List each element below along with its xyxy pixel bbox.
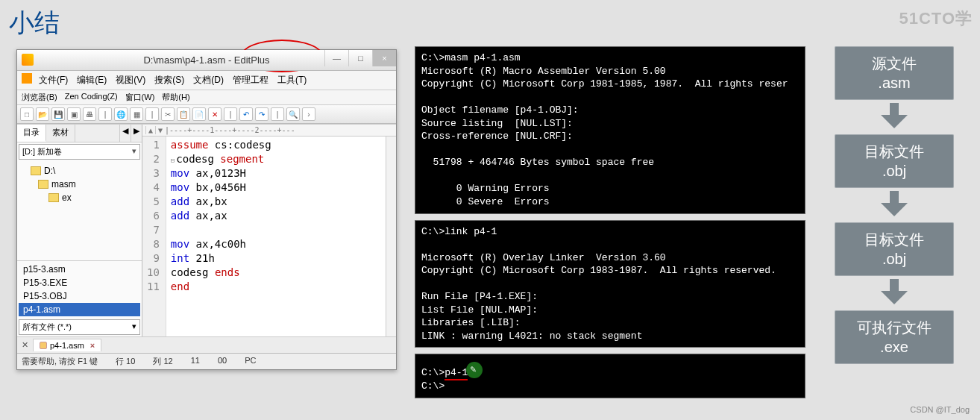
status-v2: 11 xyxy=(191,356,200,367)
file-tab[interactable]: p4-1.asm× xyxy=(33,339,101,351)
file-item[interactable]: p15-3.asm xyxy=(19,263,140,276)
status-col: 列 12 xyxy=(153,356,172,367)
folder-icon xyxy=(48,193,59,202)
folder-item[interactable]: ex xyxy=(19,191,140,204)
menu-bar-2: 浏览器(B)Zen Coding(Z)窗口(W)帮助(H) xyxy=(17,90,396,105)
page-title: 小结 xyxy=(9,6,60,40)
edit-cursor-icon xyxy=(466,362,483,378)
tool-open[interactable]: 📂 xyxy=(36,107,49,121)
menu-item[interactable]: 工具(T) xyxy=(274,73,310,87)
scrollbar[interactable] xyxy=(386,137,396,336)
tabs-close-icon[interactable]: ✕ xyxy=(20,340,30,350)
drive-selector[interactable]: [D:] 新加卷▾ xyxy=(19,144,140,160)
file-item[interactable]: P15-3.EXE xyxy=(19,276,140,289)
maximize-button[interactable]: □ xyxy=(348,50,372,66)
status-line: 行 10 xyxy=(116,356,135,367)
flow-step: 目标文件.obj xyxy=(835,134,954,188)
arrow-down-icon xyxy=(879,100,909,134)
tool-copy[interactable]: 📋 xyxy=(177,107,190,121)
tool-redo[interactable]: ↷ xyxy=(255,107,268,121)
app-icon xyxy=(22,54,34,66)
terminals: C:\>masm p4-1.asm Microsoft (R) Macro As… xyxy=(415,46,805,398)
flow-step: 源文件.asm xyxy=(835,46,954,100)
watermark-bottom: CSDN @IT_dog xyxy=(910,405,970,414)
status-bar: 需要帮助, 请按 F1 键 行 10 列 12 11 00 PC xyxy=(17,353,396,369)
tool-save[interactable]: 💾 xyxy=(51,107,65,121)
menu-item[interactable]: 窗口(W) xyxy=(125,92,155,103)
status-help: 需要帮助, 请按 F1 键 xyxy=(22,356,98,367)
menu-item[interactable]: 搜索(S) xyxy=(151,73,188,87)
window-title: D:\masm\p4-1.asm - EditPlus xyxy=(143,54,269,66)
file-item[interactable]: P15-3.OBJ xyxy=(19,289,140,303)
tool-sep4: | xyxy=(271,107,284,121)
menu-bar: 文件(F)编辑(E)视图(V)搜索(S)文档(D)管理工程工具(T) xyxy=(17,71,396,90)
ruler: ▲▼ |----+----1----+----2----+--- xyxy=(142,125,396,137)
menu-item[interactable]: 浏览器(B) xyxy=(22,92,57,103)
sidebar-tab-assets[interactable]: 素材 xyxy=(46,125,75,142)
code-editor[interactable]: 1234567891011 assume cs:codesg⊟codesg se… xyxy=(142,137,396,336)
title-bar: D:\masm\p4-1.asm - EditPlus — □ × xyxy=(17,50,396,71)
watermark-top: 51CTO学 xyxy=(899,7,973,30)
editplus-window: D:\masm\p4-1.asm - EditPlus — □ × 文件(F)编… xyxy=(16,49,397,370)
tool-more[interactable]: › xyxy=(302,107,315,121)
flow-diagram: 源文件.asm目标文件.obj目标文件.obj可执行文件.exe xyxy=(831,46,958,364)
menu-item[interactable]: 帮助(H) xyxy=(162,92,189,103)
tool-sep3: | xyxy=(224,107,237,121)
menu-item[interactable]: 编辑(E) xyxy=(73,73,110,87)
tool-undo[interactable]: ↶ xyxy=(239,107,253,121)
filter-selector[interactable]: 所有文件 (*.*)▾ xyxy=(19,319,140,335)
terminal-link: C:\>link p4-1 Microsoft (R) Overlay Link… xyxy=(415,220,805,348)
folder-item[interactable]: masm xyxy=(19,178,140,191)
menu-item[interactable]: 文档(D) xyxy=(189,73,227,87)
tool-print[interactable]: 🖶 xyxy=(83,107,96,121)
toolbar: □ 📂 💾 ▣ 🖶 | 🌐 ▦ | ✂ 📋 📄 ✕ | ↶ ↷ | 🔍 › xyxy=(17,105,396,124)
file-icon xyxy=(40,342,47,349)
scroll-up-icon[interactable]: ▲ xyxy=(145,126,155,134)
arrow-down-icon xyxy=(879,276,909,310)
scroll-down-icon[interactable]: ▼ xyxy=(155,126,165,134)
menu-item[interactable]: Zen Coding(Z) xyxy=(65,92,118,103)
pencil-icon xyxy=(22,73,32,84)
tool-btn[interactable]: ▦ xyxy=(130,107,143,121)
tab-left-icon[interactable]: ◀ xyxy=(119,125,131,142)
tool-saveall[interactable]: ▣ xyxy=(67,107,81,121)
arrow-down-icon xyxy=(879,188,909,222)
close-tab-icon[interactable]: × xyxy=(87,341,95,350)
flow-step: 目标文件.obj xyxy=(835,222,954,276)
status-v3: 00 xyxy=(218,356,227,367)
tool-find[interactable]: 🔍 xyxy=(286,107,300,121)
tool-browser[interactable]: 🌐 xyxy=(114,107,128,121)
sidebar: 目录 素材 ◀▶ [D:] 新加卷▾ D:\masmex p15-3.asmP1… xyxy=(17,125,142,336)
terminal-masm: C:\>masm p4-1.asm Microsoft (R) Macro As… xyxy=(415,46,805,214)
file-item[interactable]: p4-1.asm xyxy=(19,303,140,316)
tool-sep: | xyxy=(98,107,112,121)
menu-item[interactable]: 管理工程 xyxy=(229,73,272,87)
folder-item[interactable]: D:\ xyxy=(19,164,140,178)
menu-item[interactable]: 文件(F) xyxy=(35,73,72,87)
folder-icon xyxy=(38,180,48,189)
tab-right-icon[interactable]: ▶ xyxy=(131,125,142,142)
sidebar-tab-dir[interactable]: 目录 xyxy=(17,125,46,142)
folder-icon xyxy=(31,166,41,175)
minimize-button[interactable]: — xyxy=(324,50,348,66)
tool-sep2: | xyxy=(145,107,159,121)
tool-cut[interactable]: ✂ xyxy=(161,107,175,121)
tool-paste[interactable]: 📄 xyxy=(192,107,206,121)
close-button[interactable]: × xyxy=(372,50,396,66)
flow-step: 可执行文件.exe xyxy=(835,310,954,364)
status-mode: PC xyxy=(245,356,256,367)
tool-new[interactable]: □ xyxy=(20,107,34,121)
menu-item[interactable]: 视图(V) xyxy=(112,73,149,87)
tool-delete[interactable]: ✕ xyxy=(208,107,222,121)
terminal-run: C:\>p4-1 C:\> xyxy=(415,354,805,398)
